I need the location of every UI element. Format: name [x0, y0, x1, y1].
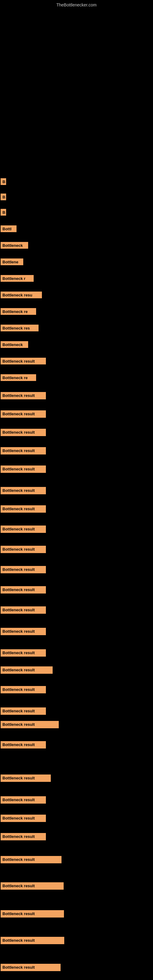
bottleneck-result-label-7: Bottleneck r: [1, 275, 33, 282]
bottleneck-result-label-40: Bottleneck result: [1, 937, 64, 944]
bottleneck-result-label-32: Bottleneck result: [1, 741, 46, 748]
bottleneck-result-label-3: B: [1, 209, 6, 216]
bottleneck-result-label-27: Bottleneck result: [1, 649, 46, 657]
bottleneck-result-label-4: Bottl: [1, 225, 16, 232]
bottleneck-result-label-41: Bottleneck result: [1, 964, 61, 971]
bottleneck-result-label-30: Bottleneck result: [1, 708, 46, 715]
bottleneck-result-label-9: Bottleneck re: [1, 308, 36, 315]
bottleneck-result-label-18: Bottleneck result: [1, 466, 46, 473]
bottleneck-result-label-39: Bottleneck result: [1, 910, 64, 918]
bottleneck-result-label-12: Bottleneck result: [1, 358, 46, 364]
bottleneck-result-label-35: Bottleneck result: [1, 815, 46, 822]
site-title: TheBottlenecker.com: [56, 2, 97, 7]
bottleneck-result-label-38: Bottleneck result: [1, 882, 64, 890]
bottleneck-result-label-13: Bottleneck re: [1, 374, 36, 381]
bottleneck-result-label-5: Bottleneck: [1, 242, 28, 249]
bottleneck-result-label-17: Bottleneck result: [1, 447, 46, 455]
bottleneck-result-label-11: Bottleneck: [1, 341, 28, 348]
bottleneck-result-label-1: B: [1, 178, 6, 185]
bottleneck-result-label-33: Bottleneck result: [1, 775, 51, 782]
bottleneck-result-label-22: Bottleneck result: [1, 546, 46, 553]
bottleneck-result-label-25: Bottleneck result: [1, 606, 46, 614]
bottleneck-result-label-14: Bottleneck result: [1, 392, 46, 399]
bottleneck-result-label-28: Bottleneck result: [1, 667, 53, 674]
bottleneck-result-label-21: Bottleneck result: [1, 525, 46, 533]
bottleneck-result-label-6: Bottlene: [1, 258, 23, 265]
bottleneck-result-label-29: Bottleneck result: [1, 686, 46, 694]
bottleneck-result-label-2: B: [1, 194, 6, 200]
bottleneck-result-label-16: Bottleneck result: [1, 429, 46, 436]
bottleneck-result-label-24: Bottleneck result: [1, 586, 46, 593]
bottleneck-result-label-8: Bottleneck resu: [1, 291, 42, 298]
bottleneck-result-label-10: Bottleneck res: [1, 325, 38, 331]
bottleneck-result-label-26: Bottleneck result: [1, 628, 46, 635]
bottleneck-result-label-31: Bottleneck result: [1, 721, 59, 728]
bottleneck-result-label-23: Bottleneck result: [1, 566, 46, 573]
bottleneck-result-label-19: Bottleneck result: [1, 487, 46, 494]
bottleneck-result-label-37: Bottleneck result: [1, 856, 62, 863]
bottleneck-result-label-15: Bottleneck result: [1, 410, 46, 418]
bottleneck-result-label-36: Bottleneck result: [1, 833, 46, 840]
bottleneck-result-label-20: Bottleneck result: [1, 505, 46, 513]
bottleneck-result-label-34: Bottleneck result: [1, 796, 46, 803]
